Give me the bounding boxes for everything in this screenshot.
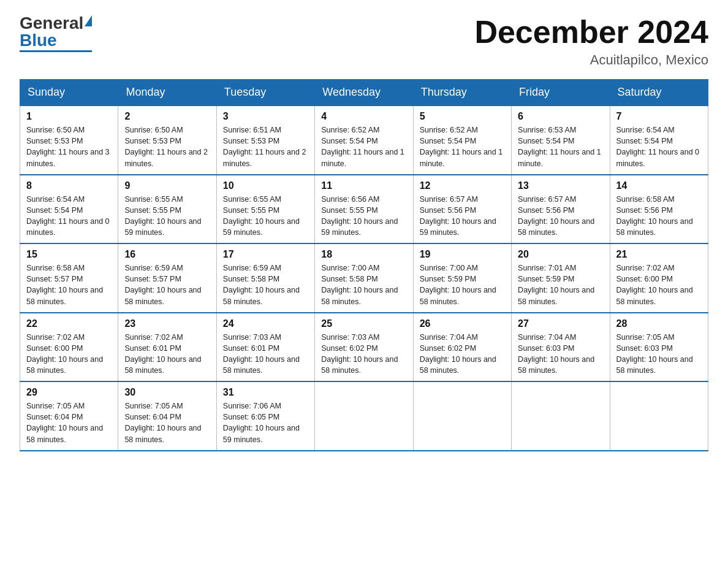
day-number: 21 [616,249,702,260]
calendar-table: SundayMondayTuesdayWednesdayThursdayFrid… [20,79,708,451]
day-number: 10 [223,180,308,191]
day-info: Sunrise: 6:58 AMSunset: 5:56 PMDaylight:… [616,195,693,237]
day-info: Sunrise: 7:03 AMSunset: 6:01 PMDaylight:… [223,333,300,375]
day-number: 23 [124,318,210,329]
weekday-header-wednesday: Wednesday [315,80,413,106]
day-info: Sunrise: 7:05 AMSunset: 6:04 PMDaylight:… [124,402,201,443]
weekday-header-saturday: Saturday [610,80,708,106]
day-info: Sunrise: 6:59 AMSunset: 5:57 PMDaylight:… [124,264,201,305]
calendar-cell: 10 Sunrise: 6:55 AMSunset: 5:55 PMDaylig… [216,175,314,244]
day-number: 20 [518,249,603,260]
day-number: 5 [420,111,505,122]
day-info: Sunrise: 6:52 AMSunset: 5:54 PMDaylight:… [420,126,503,167]
day-number: 26 [420,318,505,329]
calendar-cell: 22 Sunrise: 7:02 AMSunset: 6:00 PMDaylig… [20,313,118,382]
day-number: 9 [124,180,210,191]
weekday-header-tuesday: Tuesday [216,80,314,106]
day-info: Sunrise: 7:02 AMSunset: 6:01 PMDaylight:… [124,333,201,375]
calendar-cell: 12 Sunrise: 6:57 AMSunset: 5:56 PMDaylig… [413,175,511,244]
calendar-cell: 21 Sunrise: 7:02 AMSunset: 6:00 PMDaylig… [610,243,708,313]
day-number: 11 [321,180,406,191]
calendar-cell: 5 Sunrise: 6:52 AMSunset: 5:54 PMDayligh… [413,105,511,175]
weekday-header-row: SundayMondayTuesdayWednesdayThursdayFrid… [20,80,708,106]
day-number: 12 [420,180,505,191]
day-info: Sunrise: 6:52 AMSunset: 5:54 PMDaylight:… [321,126,404,167]
day-info: Sunrise: 7:01 AMSunset: 5:59 PMDaylight:… [518,264,594,305]
calendar-cell: 28 Sunrise: 7:05 AMSunset: 6:03 PMDaylig… [610,313,708,382]
day-info: Sunrise: 7:00 AMSunset: 5:59 PMDaylight:… [420,264,496,305]
calendar-cell: 8 Sunrise: 6:54 AMSunset: 5:54 PMDayligh… [20,175,118,244]
day-number: 7 [616,111,702,122]
day-number: 1 [26,111,112,122]
calendar-cell [610,381,708,451]
calendar-cell: 19 Sunrise: 7:00 AMSunset: 5:59 PMDaylig… [413,243,511,313]
logo-triangle-icon [85,15,92,26]
logo-underline [20,50,92,52]
day-info: Sunrise: 6:53 AMSunset: 5:54 PMDaylight:… [518,126,601,167]
calendar-cell: 4 Sunrise: 6:52 AMSunset: 5:54 PMDayligh… [315,105,413,175]
calendar-cell: 17 Sunrise: 6:59 AMSunset: 5:58 PMDaylig… [216,243,314,313]
day-number: 25 [321,318,406,329]
calendar-cell [413,381,511,451]
day-info: Sunrise: 6:56 AMSunset: 5:55 PMDaylight:… [321,195,398,237]
day-number: 18 [321,249,406,260]
calendar-week-row: 1 Sunrise: 6:50 AMSunset: 5:53 PMDayligh… [20,105,708,175]
calendar-cell: 7 Sunrise: 6:54 AMSunset: 5:54 PMDayligh… [610,105,708,175]
day-info: Sunrise: 7:02 AMSunset: 6:00 PMDaylight:… [616,264,693,305]
day-info: Sunrise: 7:04 AMSunset: 6:02 PMDaylight:… [420,333,496,375]
day-number: 3 [223,111,308,122]
logo: General Blue [20,15,92,52]
calendar-cell: 16 Sunrise: 6:59 AMSunset: 5:57 PMDaylig… [118,243,216,313]
day-info: Sunrise: 7:04 AMSunset: 6:03 PMDaylight:… [518,333,594,375]
weekday-header-thursday: Thursday [413,80,511,106]
day-number: 30 [124,387,210,398]
day-info: Sunrise: 7:05 AMSunset: 6:03 PMDaylight:… [616,333,693,375]
calendar-cell: 15 Sunrise: 6:58 AMSunset: 5:57 PMDaylig… [20,243,118,313]
calendar-cell: 3 Sunrise: 6:51 AMSunset: 5:53 PMDayligh… [216,105,314,175]
calendar-cell: 2 Sunrise: 6:50 AMSunset: 5:53 PMDayligh… [118,105,216,175]
day-info: Sunrise: 6:50 AMSunset: 5:53 PMDaylight:… [124,126,208,167]
calendar-cell: 14 Sunrise: 6:58 AMSunset: 5:56 PMDaylig… [610,175,708,244]
day-number: 2 [124,111,210,122]
calendar-cell: 26 Sunrise: 7:04 AMSunset: 6:02 PMDaylig… [413,313,511,382]
logo-text-blue: Blue [20,32,57,49]
logo-text-general: General [20,15,83,32]
day-info: Sunrise: 7:00 AMSunset: 5:58 PMDaylight:… [321,264,398,305]
day-number: 6 [518,111,603,122]
day-number: 14 [616,180,702,191]
calendar-week-row: 15 Sunrise: 6:58 AMSunset: 5:57 PMDaylig… [20,243,708,313]
day-number: 28 [616,318,702,329]
calendar-cell: 29 Sunrise: 7:05 AMSunset: 6:04 PMDaylig… [20,381,118,451]
calendar-cell: 27 Sunrise: 7:04 AMSunset: 6:03 PMDaylig… [512,313,610,382]
location-title: Acuitlapilco, Mexico [474,52,708,68]
calendar-cell: 25 Sunrise: 7:03 AMSunset: 6:02 PMDaylig… [315,313,413,382]
day-number: 27 [518,318,603,329]
day-info: Sunrise: 6:57 AMSunset: 5:56 PMDaylight:… [518,195,594,237]
calendar-week-row: 29 Sunrise: 7:05 AMSunset: 6:04 PMDaylig… [20,381,708,451]
calendar-cell: 13 Sunrise: 6:57 AMSunset: 5:56 PMDaylig… [512,175,610,244]
calendar-cell: 9 Sunrise: 6:55 AMSunset: 5:55 PMDayligh… [118,175,216,244]
day-number: 16 [124,249,210,260]
day-info: Sunrise: 6:55 AMSunset: 5:55 PMDaylight:… [223,195,300,237]
day-number: 17 [223,249,308,260]
day-info: Sunrise: 6:54 AMSunset: 5:54 PMDaylight:… [616,126,700,167]
page-header: General Blue December 2024 Acuitlapilco,… [20,15,708,68]
title-block: December 2024 Acuitlapilco, Mexico [474,15,708,68]
calendar-week-row: 22 Sunrise: 7:02 AMSunset: 6:00 PMDaylig… [20,313,708,382]
day-info: Sunrise: 6:57 AMSunset: 5:56 PMDaylight:… [420,195,496,237]
day-number: 15 [26,249,112,260]
day-number: 31 [223,387,308,398]
calendar-cell: 11 Sunrise: 6:56 AMSunset: 5:55 PMDaylig… [315,175,413,244]
weekday-header-monday: Monday [118,80,216,106]
calendar-cell: 20 Sunrise: 7:01 AMSunset: 5:59 PMDaylig… [512,243,610,313]
day-info: Sunrise: 7:02 AMSunset: 6:00 PMDaylight:… [26,333,103,375]
day-info: Sunrise: 6:51 AMSunset: 5:53 PMDaylight:… [223,126,306,167]
calendar-cell: 30 Sunrise: 7:05 AMSunset: 6:04 PMDaylig… [118,381,216,451]
day-number: 29 [26,387,112,398]
day-number: 4 [321,111,406,122]
day-info: Sunrise: 6:50 AMSunset: 5:53 PMDaylight:… [26,126,110,167]
calendar-cell: 31 Sunrise: 7:06 AMSunset: 6:05 PMDaylig… [216,381,314,451]
calendar-cell: 1 Sunrise: 6:50 AMSunset: 5:53 PMDayligh… [20,105,118,175]
day-number: 13 [518,180,603,191]
day-info: Sunrise: 7:06 AMSunset: 6:05 PMDaylight:… [223,402,300,443]
